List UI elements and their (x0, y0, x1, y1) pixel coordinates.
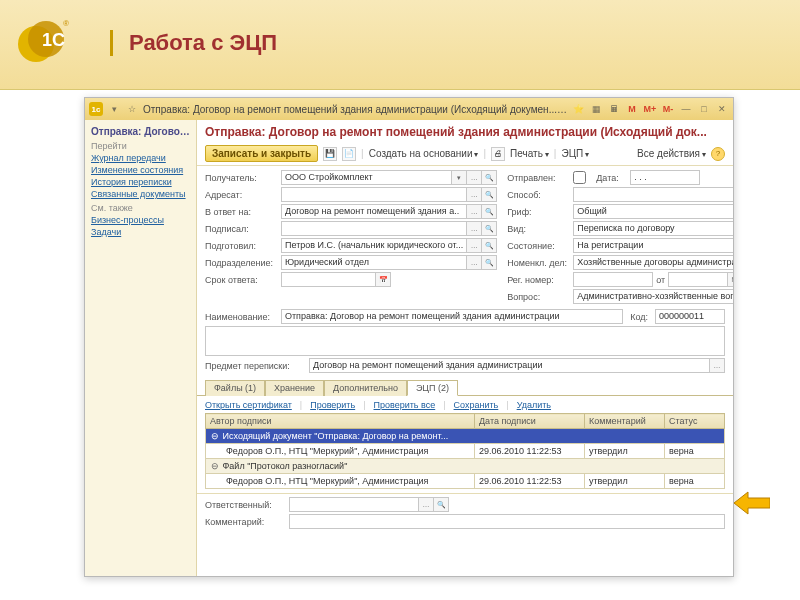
ecp-button[interactable]: ЭЦП (561, 148, 589, 159)
all-actions-button[interactable]: Все действия (637, 148, 706, 159)
search-icon[interactable]: 🔍 (482, 238, 497, 253)
ellipsis-icon[interactable]: … (467, 204, 482, 219)
m-minus-btn[interactable]: M- (661, 102, 675, 116)
sidebar-link-history[interactable]: История переписки (91, 177, 190, 187)
ellipsis-icon[interactable]: … (467, 221, 482, 236)
comment-input[interactable] (289, 514, 725, 529)
save-link[interactable]: Сохранить (454, 400, 499, 410)
calendar-icon[interactable]: 📅 (376, 272, 391, 287)
save-icon[interactable]: 💾 (323, 147, 337, 161)
addressee-input[interactable] (281, 187, 467, 202)
verify-all-link[interactable]: Проверить все (374, 400, 436, 410)
dropdown-icon[interactable]: ▾ (452, 170, 467, 185)
save-close-button[interactable]: Записать и закрыть (205, 145, 318, 162)
group-row[interactable]: ⊖ Исходящий документ "Отправка: Договор … (206, 429, 725, 444)
regnum-input[interactable] (573, 272, 653, 287)
help-icon[interactable]: ? (711, 147, 725, 161)
kind-input[interactable]: Переписка по договору (573, 221, 733, 236)
main-panel: Отправка: Договор на ремонт помещений зд… (197, 120, 733, 576)
ellipsis-icon[interactable]: … (467, 187, 482, 202)
collapse-icon[interactable]: ⊖ (210, 461, 220, 471)
regnum-btn[interactable]: № (728, 272, 733, 287)
search-icon[interactable]: 🔍 (482, 187, 497, 202)
sidebar-link-journal[interactable]: Журнал передачи (91, 153, 190, 163)
star-icon[interactable]: ☆ (125, 102, 139, 116)
fav-icon[interactable]: ⭐ (571, 102, 585, 116)
calc-icon[interactable]: 🖩 (607, 102, 621, 116)
code-input[interactable]: 000000011 (655, 309, 725, 324)
tab-ecp[interactable]: ЭЦП (2) (407, 380, 458, 396)
table-row[interactable]: Федоров О.П., НТЦ "Меркурий", Администра… (206, 474, 725, 489)
sidebar-link-related[interactable]: Связанные документы (91, 189, 190, 199)
name-input[interactable]: Отправка: Договор на ремонт помещений зд… (281, 309, 623, 324)
deadline-lbl: Срок ответа: (205, 275, 277, 285)
resp-input[interactable] (289, 497, 419, 512)
search-icon[interactable]: 🔍 (482, 170, 497, 185)
dept-input[interactable]: Юридический отдел (281, 255, 467, 270)
print-icon[interactable]: 🖨 (491, 147, 505, 161)
doc-title: Отправка: Договор на ремонт помещений зд… (197, 120, 733, 142)
grif-input[interactable]: Общий (573, 204, 733, 219)
open-cert-link[interactable]: Открыть сертификат (205, 400, 292, 410)
signed-input[interactable] (281, 221, 467, 236)
search-icon[interactable]: 🔍 (434, 497, 449, 512)
minimize-icon[interactable]: — (679, 102, 693, 116)
tab-files[interactable]: Файлы (1) (205, 380, 265, 396)
date-input[interactable]: . . . (630, 170, 700, 185)
deadline-input[interactable] (281, 272, 376, 287)
maximize-icon[interactable]: □ (697, 102, 711, 116)
description-input[interactable] (205, 326, 725, 356)
tab-storage[interactable]: Хранение (265, 380, 324, 396)
col-comment[interactable]: Комментарий (585, 414, 665, 429)
collapse-icon[interactable]: ⊖ (210, 431, 220, 441)
verify-link[interactable]: Проверить (310, 400, 355, 410)
logo-1c: 1С® (16, 14, 76, 70)
subject-input[interactable]: Договор на ремонт помещений здания админ… (309, 358, 710, 373)
kind-lbl: Вид: (507, 224, 569, 234)
form-fields: Получатель:ООО Стройкомплект▾…🔍 Адресат:… (197, 166, 733, 377)
m-plus-btn[interactable]: M+ (643, 102, 657, 116)
svg-marker-4 (734, 492, 770, 514)
search-icon[interactable]: 🔍 (482, 255, 497, 270)
ellipsis-icon[interactable]: … (467, 170, 482, 185)
col-date[interactable]: Дата подписи (475, 414, 585, 429)
search-icon[interactable]: 🔍 (482, 204, 497, 219)
sidebar-link-state[interactable]: Изменение состояния (91, 165, 190, 175)
search-icon[interactable]: 🔍 (482, 221, 497, 236)
ellipsis-icon[interactable]: … (467, 238, 482, 253)
table-row[interactable]: Федоров О.П., НТЦ "Меркурий", Администра… (206, 444, 725, 459)
grif-lbl: Гриф: (507, 207, 569, 217)
recipient-input[interactable]: ООО Стройкомплект (281, 170, 452, 185)
dropdown-icon[interactable]: ▾ (107, 102, 121, 116)
close-icon[interactable]: ✕ (715, 102, 729, 116)
sent-checkbox[interactable] (573, 171, 586, 184)
delete-link[interactable]: Удалить (517, 400, 551, 410)
doc-icon[interactable]: 📄 (342, 147, 356, 161)
replyto-input[interactable]: Договор на ремонт помещений здания а.. (281, 204, 467, 219)
signed-lbl: Подписал: (205, 224, 277, 234)
ellipsis-icon[interactable]: … (419, 497, 434, 512)
group-row[interactable]: ⊖ Файл "Протокол разногласий" (206, 459, 725, 474)
prepared-input[interactable]: Петров И.С. (начальник юридического от..… (281, 238, 467, 253)
col-status[interactable]: Статус (665, 414, 725, 429)
question-input[interactable]: Административно-хозяйственные вопросы (573, 289, 733, 304)
create-based-button[interactable]: Создать на основании (369, 148, 479, 159)
method-input[interactable] (573, 187, 733, 202)
state-input[interactable]: На регистрации (573, 238, 733, 253)
print-button[interactable]: Печать (510, 148, 549, 159)
tab-additional[interactable]: Дополнительно (324, 380, 407, 396)
ecp-tab-body: Открыть сертификат| Проверить| Проверить… (197, 396, 733, 493)
sidebar-link-bp[interactable]: Бизнес-процессы (91, 215, 190, 225)
comment-lbl: Комментарий: (205, 517, 285, 527)
regdate-input[interactable] (668, 272, 728, 287)
cell-date: 29.06.2010 11:22:53 (475, 444, 585, 459)
ellipsis-icon[interactable]: … (467, 255, 482, 270)
sidebar-link-tasks[interactable]: Задачи (91, 227, 190, 237)
bottom-fields: Ответственный:…🔍 Комментарий: (197, 493, 733, 534)
col-author[interactable]: Автор подписи (206, 414, 475, 429)
nomen-input[interactable]: Хозяйственные договоры администрации (573, 255, 733, 270)
ecp-toolbar: Открыть сертификат| Проверить| Проверить… (205, 400, 725, 410)
grid-icon[interactable]: ▦ (589, 102, 603, 116)
m-btn[interactable]: M (625, 102, 639, 116)
ellipsis-icon[interactable]: … (710, 358, 725, 373)
